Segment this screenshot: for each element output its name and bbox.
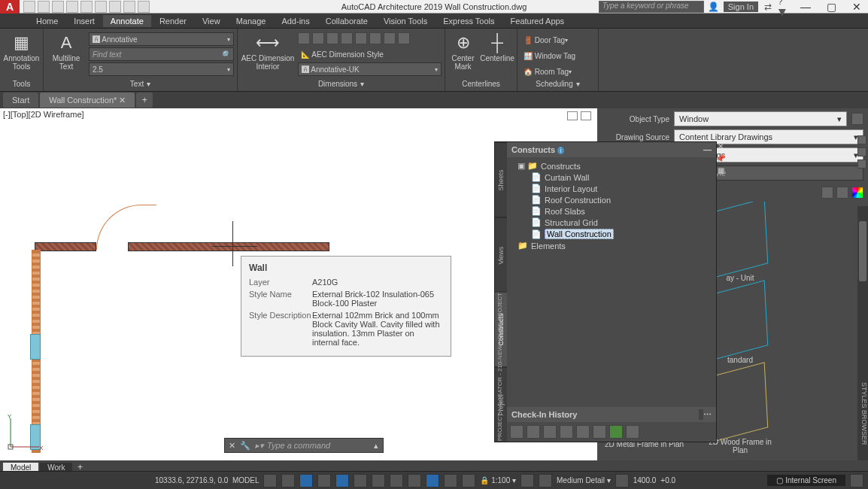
projnav-minimize-icon[interactable]: — (703, 145, 712, 154)
gear-icon[interactable] (520, 474, 534, 487)
cmd-expand-icon[interactable]: ▴ (369, 441, 383, 451)
window-opening[interactable] (30, 334, 41, 360)
tab-home[interactable]: Home (29, 15, 65, 27)
maximize-button[interactable]: ▢ (820, 0, 842, 14)
panel-text-title[interactable]: Text ▾ (47, 77, 234, 90)
elevation-value[interactable]: 1400.0 (633, 476, 657, 484)
radius-dim-icon[interactable] (355, 32, 367, 44)
info-icon[interactable]: i (557, 147, 564, 154)
diameter-dim-icon[interactable] (369, 32, 381, 44)
screen-layout-display[interactable]: ▢ Internal Screen (767, 475, 845, 486)
doctab-add-button[interactable]: + (136, 93, 153, 108)
text-height-combo[interactable]: 2.5▾ (89, 62, 234, 76)
tree-root[interactable]: ▣ 📁 Constructs (510, 160, 713, 172)
aec-dimension-button[interactable]: ⟷ AEC Dimension Interior (241, 30, 295, 71)
annotation-icon[interactable] (444, 474, 457, 487)
palette-dock-icon[interactable] (857, 147, 866, 156)
tree-item[interactable]: 📄 Roof Slabs (510, 205, 713, 217)
palette-pin-icon[interactable] (857, 159, 866, 169)
qat-open-icon[interactable] (38, 1, 50, 13)
projnav-tab-sheets[interactable]: Sheets (495, 142, 507, 217)
tab-vision-tools[interactable]: Vision Tools (376, 15, 435, 27)
transparency-icon[interactable] (408, 474, 421, 487)
linear-dim-icon[interactable] (298, 32, 310, 44)
center-mark-button[interactable]: ⊕ Center Mark (448, 30, 478, 71)
text-style-combo[interactable]: 🅰 Annotative▾ (89, 32, 234, 46)
doctab-start[interactable]: Start (3, 93, 38, 108)
command-line[interactable]: ✕ 🔧 ▸▾ Type a command ▴ (224, 438, 384, 453)
sign-in-button[interactable]: Sign In (724, 2, 758, 12)
snap-icon[interactable] (281, 474, 295, 487)
tree-item[interactable]: 📄 Structural Grid (510, 217, 713, 228)
view-shade-icon[interactable] (836, 187, 848, 199)
scale-display[interactable]: 🔒 1:100 ▾ (480, 476, 516, 484)
account-icon[interactable]: 👤 (707, 1, 721, 13)
qat-saveas-icon[interactable] (66, 1, 78, 13)
tree-item[interactable]: 📄 Interior Layout (510, 183, 713, 194)
detail-level[interactable]: Medium Detail ▾ (557, 476, 611, 484)
checkin-menu-icon[interactable]: ⋯ (703, 410, 712, 419)
tab-annotate[interactable]: Annotate (103, 15, 151, 27)
pn-close-icon[interactable] (626, 425, 639, 439)
exchange-icon[interactable]: ⇄ (761, 1, 775, 13)
lineweight-icon[interactable] (390, 474, 403, 487)
tab-collaborate[interactable]: Collaborate (318, 15, 375, 27)
vp-min-icon[interactable] (567, 111, 578, 120)
tree-elements[interactable]: 📁 Elements (510, 240, 713, 251)
multiline-text-button[interactable]: A Multiline Text (47, 30, 86, 71)
otrack-icon[interactable] (372, 474, 385, 487)
elevation-offset[interactable]: +0.0 (660, 476, 675, 484)
app-logo[interactable]: A (0, 0, 20, 14)
tab-featured-apps[interactable]: Featured Apps (503, 15, 572, 27)
palette-close-icon[interactable] (857, 135, 866, 144)
tab-view[interactable]: View (195, 15, 228, 27)
dim-style-row[interactable]: 📐 AEC Dimension Style (298, 47, 442, 61)
pn-xref-icon[interactable] (543, 425, 557, 439)
elevation-icon[interactable] (615, 474, 629, 487)
wall-segment[interactable] (35, 242, 96, 251)
pn-repath-icon[interactable] (560, 425, 573, 439)
pn-sync-icon[interactable] (576, 425, 590, 439)
cut-plane-icon[interactable] (539, 474, 552, 487)
customize-icon[interactable] (850, 474, 863, 487)
ordinate-dim-icon[interactable] (398, 32, 410, 44)
annoscale-icon[interactable] (462, 474, 475, 487)
panel-sched-title[interactable]: Scheduling ▾ (520, 78, 595, 90)
view-grid-icon[interactable] (821, 187, 833, 199)
tree-item-selected[interactable]: 📄 Wall Construction (510, 228, 713, 240)
palette-menu-icon[interactable]: ▦ (716, 166, 725, 175)
door-swing[interactable] (96, 205, 156, 250)
tab-manage[interactable]: Manage (229, 15, 274, 27)
polar-icon[interactable] (317, 474, 331, 487)
angular-dim-icon[interactable] (326, 32, 338, 44)
pn-open-icon[interactable] (527, 425, 540, 439)
aligned-dim-icon[interactable] (312, 32, 324, 44)
jog-dim-icon[interactable] (384, 32, 396, 44)
projnav-tab-views[interactable]: Views (495, 217, 507, 293)
cmd-close-icon[interactable]: ✕ (225, 441, 238, 451)
cycle-icon[interactable] (426, 474, 439, 487)
object-filter-icon[interactable] (851, 113, 863, 125)
close-button[interactable]: ✕ (845, 0, 868, 14)
pn-refresh-icon[interactable] (510, 425, 524, 439)
qat-new-icon[interactable] (23, 1, 35, 13)
vp-max-icon[interactable] (581, 111, 591, 120)
grid-icon[interactable] (263, 474, 277, 487)
qat-plot-icon[interactable] (80, 1, 93, 13)
window-tag-button[interactable]: 🪟 Window Tag (520, 49, 578, 62)
infocenter-search[interactable]: Type a keyword or phrase (599, 1, 704, 13)
annotation-tools-button[interactable]: ▦ Annotation Tools (3, 30, 40, 71)
tab-insert[interactable]: Insert (66, 15, 102, 27)
checkin-history-header[interactable]: Check-In History ⋯ (507, 407, 716, 422)
qat-save-icon[interactable] (52, 1, 64, 13)
viewport-label[interactable]: [-][Top][2D Wireframe] (3, 110, 84, 119)
tree-item[interactable]: 📄 Roof Construction (510, 194, 713, 205)
doctab-active[interactable]: Wall Construction* ✕ (40, 93, 135, 108)
qat-redo-icon[interactable] (109, 1, 121, 13)
pn-checkin-icon[interactable] (609, 425, 623, 439)
object-type-combo[interactable]: Window▾ (674, 111, 847, 126)
find-text-input[interactable]: Find text🔍 (89, 47, 234, 61)
tab-express-tools[interactable]: Express Tools (436, 15, 502, 27)
tree-item[interactable]: 📄 Curtain Wall (510, 172, 713, 183)
pn-list-icon[interactable] (593, 425, 606, 439)
